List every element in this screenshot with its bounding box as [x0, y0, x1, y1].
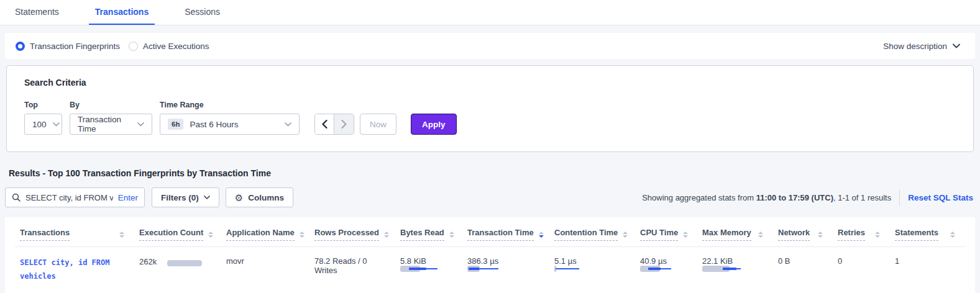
previous-time-window-button[interactable]: [315, 114, 334, 134]
sort-icon[interactable]: [208, 232, 213, 238]
show-description-toggle[interactable]: Show description: [883, 42, 960, 51]
filters-button[interactable]: Filters (0): [152, 187, 219, 207]
column-header-contention-time[interactable]: Contention Time: [549, 217, 635, 247]
sort-icon[interactable]: [818, 232, 823, 238]
column-header-network[interactable]: Network: [773, 217, 833, 247]
results-title: Results - Top 100 Transaction Fingerprin…: [9, 168, 980, 178]
sort-icon[interactable]: [449, 232, 454, 238]
cell-statements: 1: [890, 247, 965, 293]
radio-active-executions[interactable]: Active Executions: [129, 42, 209, 51]
next-time-window-button[interactable]: [334, 114, 354, 134]
cell-transaction-time: 386.3 µs: [462, 247, 549, 293]
column-header-retries[interactable]: Retries: [833, 217, 890, 247]
bytes-read-value: 5.8 KiB: [400, 256, 457, 266]
cell-execution-count: 262k: [134, 247, 221, 293]
column-header-rows-processed[interactable]: Rows Processed: [309, 217, 395, 247]
chevron-down-icon: [953, 43, 960, 48]
by-label: By: [70, 101, 152, 109]
column-header-transactions[interactable]: Transactions: [15, 217, 134, 247]
cpu-time-value: 40.9 µs: [640, 256, 692, 266]
cell-transactions: SELECT city, id FROM vehicles: [15, 247, 134, 293]
search-criteria-title: Search Criteria: [24, 78, 956, 88]
gear-icon: ⚙: [235, 193, 243, 202]
top-label: Top: [24, 101, 62, 109]
cell-rows-processed: 78.2 Reads / 0 Writes: [309, 247, 395, 293]
cell-network: 0 B: [773, 247, 833, 293]
results-table-card: Transactions Execution Count Application…: [5, 217, 975, 293]
chevron-right-icon: [341, 120, 347, 128]
cell-retries: 0: [833, 247, 890, 293]
execution-count-bar: [167, 260, 202, 266]
tabbar: Statements Transactions Sessions: [0, 0, 980, 25]
radio-label: Active Executions: [143, 42, 209, 51]
execution-count-value: 262k: [139, 257, 157, 266]
apply-button[interactable]: Apply: [411, 114, 457, 135]
top-select[interactable]: 100: [24, 114, 62, 135]
sort-icon[interactable]: [683, 232, 688, 238]
search-input[interactable]: SELECT city, id FROM vehicles W Enter: [5, 187, 145, 207]
reset-sql-stats-link[interactable]: Reset SQL Stats: [908, 193, 973, 202]
column-header-execution-count[interactable]: Execution Count: [134, 217, 221, 247]
vertical-divider: [899, 189, 900, 206]
toolbar-right: Showing aggregated stats from 11:00 to 1…: [642, 189, 975, 206]
search-icon: [12, 193, 21, 202]
radio-unselected-icon: [129, 42, 138, 51]
cell-bytes-read: 5.8 KiB: [395, 247, 462, 293]
search-enter-button[interactable]: Enter: [118, 193, 138, 202]
sort-icon[interactable]: [758, 232, 763, 238]
sort-icon[interactable]: [539, 232, 544, 238]
time-window-arrows: [314, 114, 354, 135]
chevron-left-icon: [322, 120, 327, 128]
cell-contention-time: 5.1 µs: [549, 247, 635, 293]
cell-max-memory: 22.1 KiB: [697, 247, 773, 293]
search-query-text: SELECT city, id FROM vehicles W: [25, 193, 113, 202]
sort-icon[interactable]: [623, 232, 628, 238]
tab-statements[interactable]: Statements: [9, 0, 65, 25]
time-range-value: Past 6 Hours: [190, 120, 278, 129]
sort-icon[interactable]: [300, 232, 305, 238]
radio-transaction-fingerprints[interactable]: Transaction Fingerprints: [16, 42, 120, 51]
table-header-row: Transactions Execution Count Application…: [15, 217, 965, 247]
chevron-down-icon: [137, 122, 144, 127]
contention-time-value: 5.1 µs: [554, 256, 630, 266]
chevron-down-icon: [285, 122, 291, 127]
columns-button-label: Columns: [248, 193, 284, 202]
sort-icon[interactable]: [119, 232, 124, 238]
transaction-fingerprint-link[interactable]: SELECT city, id FROM vehicles: [20, 256, 129, 283]
aggregated-stats-text: Showing aggregated stats from 11:00 to 1…: [642, 193, 891, 202]
show-description-label: Show description: [883, 42, 947, 51]
column-header-transaction-time[interactable]: Transaction Time: [462, 217, 549, 247]
column-header-bytes-read[interactable]: Bytes Read: [395, 217, 462, 247]
table-row: SELECT city, id FROM vehicles 262k movr …: [15, 247, 965, 293]
time-range-select[interactable]: 6h Past 6 Hours: [160, 114, 300, 135]
sort-icon[interactable]: [950, 232, 955, 238]
columns-button[interactable]: ⚙ Columns: [226, 187, 293, 207]
by-select[interactable]: Transaction Time: [70, 114, 152, 135]
tab-transactions[interactable]: Transactions: [89, 0, 155, 25]
cell-application-name: movr: [221, 247, 309, 293]
search-criteria-panel: Search Criteria Top 100 By Transaction T…: [6, 65, 974, 152]
time-range-label: Time Range: [160, 101, 300, 109]
view-toggle-strip: Transaction Fingerprints Active Executio…: [5, 33, 975, 59]
results-toolbar: SELECT city, id FROM vehicles W Enter Fi…: [5, 187, 975, 207]
transaction-time-value: 386.3 µs: [467, 256, 544, 266]
column-header-max-memory[interactable]: Max Memory: [697, 217, 773, 247]
sql-activity-page: Statements Transactions Sessions Transac…: [0, 0, 980, 293]
chevron-down-icon: [204, 196, 210, 199]
top-select-value: 100: [32, 120, 47, 129]
filters-button-label: Filters (0): [161, 193, 199, 202]
sort-icon[interactable]: [875, 232, 880, 238]
tab-sessions[interactable]: Sessions: [178, 0, 226, 25]
column-header-statements[interactable]: Statements: [890, 217, 965, 247]
now-button[interactable]: Now: [360, 114, 396, 135]
column-header-application-name[interactable]: Application Name: [221, 217, 309, 247]
by-select-value: Transaction Time: [78, 115, 131, 133]
stats-time-range: 11:00 to 17:59 (UTC): [756, 193, 833, 202]
column-header-cpu-time[interactable]: CPU Time: [635, 217, 697, 247]
transactions-table: Transactions Execution Count Application…: [15, 217, 965, 293]
sort-icon[interactable]: [384, 232, 389, 238]
chevron-down-icon: [53, 122, 60, 127]
max-memory-value: 22.1 KiB: [702, 256, 768, 266]
radio-label: Transaction Fingerprints: [30, 42, 120, 51]
time-range-badge: 6h: [168, 119, 183, 130]
